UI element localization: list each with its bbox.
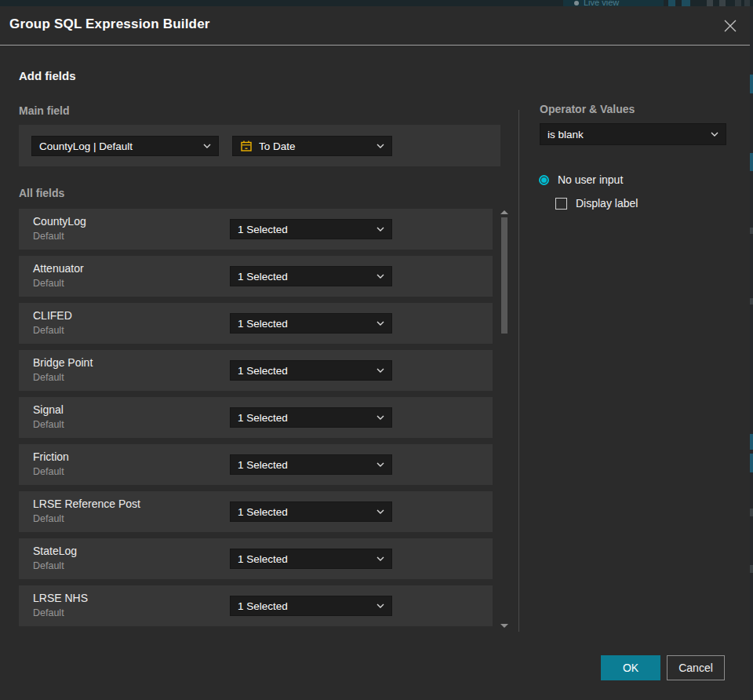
field-subtitle: Default — [33, 607, 64, 618]
live-view-button: Live view — [563, 0, 664, 6]
operator-values-label: Operator & Values — [540, 103, 635, 115]
field-subtitle: Default — [33, 278, 64, 289]
selected-count-label: 1 Selected — [238, 412, 372, 424]
column-divider — [518, 110, 519, 632]
selected-count-label: 1 Selected — [238, 553, 372, 565]
chevron-down-icon — [203, 144, 211, 148]
selected-count-label: 1 Selected — [238, 318, 372, 330]
chevron-down-icon — [376, 368, 384, 373]
selected-count-label: 1 Selected — [238, 365, 372, 377]
background-edge-block — [750, 565, 753, 573]
field-subtitle: Default — [33, 231, 64, 242]
dialog-title: Group SQL Expression Builder — [9, 16, 210, 32]
field-subtitle: Default — [33, 513, 64, 524]
scroll-down-arrow-icon[interactable] — [500, 624, 508, 628]
field-row: Bridge Point Default 1 Selected — [19, 350, 493, 391]
field-selected-dropdown[interactable]: 1 Selected — [230, 407, 392, 428]
operator-select[interactable]: is blank — [540, 123, 726, 145]
background-edge-block — [750, 434, 753, 450]
selected-count-label: 1 Selected — [238, 600, 372, 612]
background-app-toolbar: Live view — [0, 0, 753, 6]
chevron-down-icon — [711, 132, 718, 137]
scrollbar-thumb[interactable] — [501, 217, 507, 334]
selected-count-label: 1 Selected — [238, 459, 372, 471]
toolbar-fragment — [744, 0, 750, 6]
ok-button[interactable]: OK — [601, 655, 660, 680]
field-subtitle: Default — [33, 419, 64, 430]
field-selected-dropdown[interactable]: 1 Selected — [230, 454, 392, 475]
field-name: StateLog — [33, 545, 77, 557]
chevron-down-icon — [376, 227, 384, 232]
field-row: LRSE Reference Post Default 1 Selected — [19, 491, 493, 532]
chevron-down-icon — [376, 462, 384, 467]
field-row: CLIFED Default 1 Selected — [19, 303, 493, 344]
main-field-label: Main field — [19, 104, 70, 117]
chevron-down-icon — [376, 321, 384, 326]
background-edge-block — [750, 298, 753, 304]
calendar-icon — [240, 140, 253, 152]
main-field-select-value: CountyLog | Default — [39, 140, 198, 152]
field-name: CountyLog — [33, 215, 86, 228]
field-selected-dropdown[interactable]: 1 Selected — [230, 219, 392, 239]
background-edge-block — [750, 75, 753, 93]
background-edge-block — [750, 509, 753, 516]
field-selected-dropdown[interactable]: 1 Selected — [230, 549, 392, 569]
chevron-down-icon — [376, 603, 384, 608]
main-field-select[interactable]: CountyLog | Default — [31, 136, 219, 156]
no-user-input-radio[interactable]: No user input — [539, 173, 623, 186]
toolbar-fragment — [735, 0, 741, 6]
field-row: Friction Default 1 Selected — [19, 444, 493, 485]
dialog-header: Group SQL Expression Builder — [0, 6, 750, 46]
toolbar-fragment — [707, 0, 713, 6]
add-fields-heading: Add fields — [19, 69, 76, 82]
selected-count-label: 1 Selected — [238, 506, 372, 518]
live-view-dot-icon — [574, 1, 579, 5]
field-name: LRSE NHS — [33, 592, 88, 604]
background-edge-block — [750, 454, 753, 472]
radio-selected-icon — [539, 175, 549, 185]
field-subtitle: Default — [33, 372, 64, 383]
checkbox-unchecked-icon — [555, 198, 567, 210]
operator-select-value: is blank — [547, 129, 706, 140]
close-button[interactable] — [720, 16, 740, 36]
scroll-up-arrow-icon[interactable] — [500, 210, 508, 214]
toolbar-fragment — [719, 0, 726, 6]
field-selected-dropdown[interactable]: 1 Selected — [230, 360, 392, 381]
chevron-down-icon — [376, 509, 384, 514]
background-edge-block — [750, 228, 753, 234]
toolbar-fragment — [668, 0, 675, 6]
field-name: Attenuator — [33, 262, 84, 275]
field-row: StateLog Default 1 Selected — [19, 538, 493, 579]
field-subtitle: Default — [33, 325, 64, 336]
field-selected-dropdown[interactable]: 1 Selected — [230, 501, 392, 522]
field-name: Friction — [33, 450, 69, 463]
toolbar-fragment — [682, 0, 690, 6]
background-app-edge — [750, 6, 753, 700]
chevron-down-icon — [376, 556, 384, 561]
field-subtitle: Default — [33, 466, 64, 477]
field-row: CountyLog Default 1 Selected — [19, 209, 493, 250]
background-edge-block — [750, 153, 753, 171]
field-selected-dropdown[interactable]: 1 Selected — [230, 596, 392, 616]
field-name: LRSE Reference Post — [33, 498, 140, 510]
field-row: LRSE NHS Default 1 Selected — [19, 585, 493, 626]
display-label-label: Display label — [576, 197, 638, 210]
field-row: Attenuator Default 1 Selected — [19, 256, 493, 297]
selected-count-label: 1 Selected — [238, 224, 372, 235]
field-subtitle: Default — [33, 560, 64, 571]
field-selected-dropdown[interactable]: 1 Selected — [230, 313, 392, 334]
all-fields-label: All fields — [19, 187, 64, 199]
group-sql-expression-builder-dialog: Group SQL Expression Builder Add fields … — [0, 6, 750, 700]
main-field-type-select[interactable]: To Date — [232, 136, 392, 156]
live-view-label: Live view — [584, 0, 619, 6]
field-row: Signal Default 1 Selected — [19, 397, 493, 438]
field-selected-dropdown[interactable]: 1 Selected — [230, 266, 392, 286]
no-user-input-label: No user input — [558, 173, 623, 186]
cancel-button[interactable]: Cancel — [667, 655, 725, 680]
chevron-down-icon — [376, 274, 384, 279]
field-name: CLIFED — [33, 309, 72, 322]
display-label-checkbox[interactable]: Display label — [555, 197, 638, 210]
main-field-type-value: To Date — [259, 140, 372, 152]
field-name: Bridge Point — [33, 356, 93, 369]
field-name: Signal — [33, 403, 64, 416]
